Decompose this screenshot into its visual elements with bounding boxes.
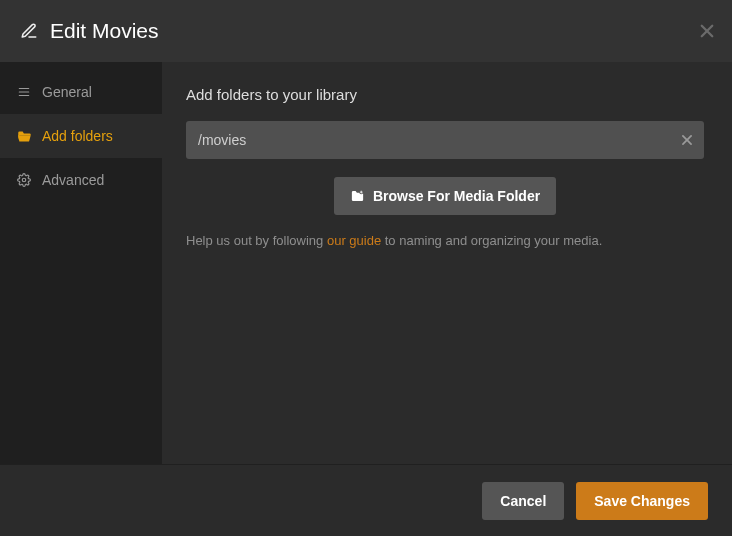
section-title: Add folders to your library xyxy=(186,86,704,103)
sidebar-item-add-folders[interactable]: Add folders xyxy=(0,114,162,158)
modal-header: Edit Movies xyxy=(0,0,732,62)
folder-plus-icon xyxy=(350,189,365,204)
sidebar-item-advanced[interactable]: Advanced xyxy=(0,158,162,202)
close-icon[interactable] xyxy=(698,22,716,40)
help-prefix: Help us out by following xyxy=(186,233,327,248)
help-text: Help us out by following our guide to na… xyxy=(186,233,704,248)
help-guide-link[interactable]: our guide xyxy=(327,233,381,248)
content-panel: Add folders to your library /movies Brow… xyxy=(162,62,732,464)
modal-title: Edit Movies xyxy=(50,19,159,43)
sidebar-item-label: Advanced xyxy=(42,172,104,188)
modal-body: General Add folders Advanced Add folders… xyxy=(0,62,732,464)
cancel-button[interactable]: Cancel xyxy=(482,482,564,520)
edit-library-modal: Edit Movies General Add folders xyxy=(0,0,732,536)
browse-row: Browse For Media Folder xyxy=(186,177,704,215)
pencil-icon xyxy=(20,22,38,40)
svg-point-5 xyxy=(22,178,26,182)
folder-path-row: /movies xyxy=(186,121,704,159)
folder-open-icon xyxy=(16,129,32,144)
save-changes-button[interactable]: Save Changes xyxy=(576,482,708,520)
sidebar: General Add folders Advanced xyxy=(0,62,162,464)
sidebar-item-general[interactable]: General xyxy=(0,70,162,114)
browse-media-folder-button[interactable]: Browse For Media Folder xyxy=(334,177,556,215)
sidebar-item-label: General xyxy=(42,84,92,100)
help-suffix: to naming and organizing your media. xyxy=(381,233,602,248)
sidebar-item-label: Add folders xyxy=(42,128,113,144)
folder-path-input[interactable]: /movies xyxy=(186,121,704,159)
clear-path-icon[interactable] xyxy=(680,133,694,147)
gear-icon xyxy=(16,173,32,187)
browse-button-label: Browse For Media Folder xyxy=(373,188,540,204)
modal-footer: Cancel Save Changes xyxy=(0,464,732,536)
list-icon xyxy=(16,85,32,99)
folder-path-text: /movies xyxy=(198,132,246,148)
